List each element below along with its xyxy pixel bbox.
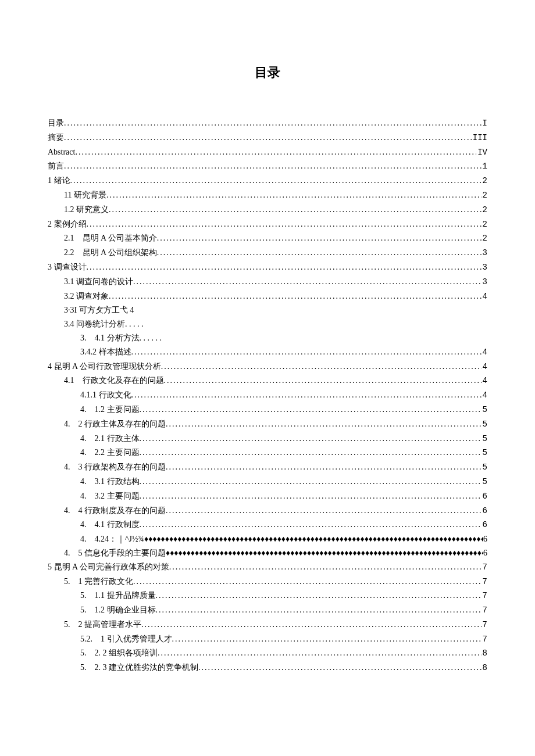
toc-entry-page: 7 — [482, 618, 487, 632]
leader-dots — [164, 374, 482, 388]
toc-entry-page: III — [472, 131, 487, 145]
toc-entry: 3 调查设计3 — [48, 260, 487, 275]
toc-entry-label: 5 昆明 A 公司完善行政体系的对策 — [48, 560, 169, 574]
leader-dots — [141, 618, 482, 632]
toc-entry: 2 案例介绍2 — [48, 217, 487, 232]
toc-entry-label: 3.2 调查对象 — [64, 289, 109, 303]
toc-entry-page: 2 — [482, 218, 487, 232]
toc-entry: 5. 2. 2 组织各项培训8 — [48, 646, 487, 661]
toc-entry: 4 昆明 A 公司行政管理现状分析4 — [48, 360, 487, 374]
toc-entry: 摘要III — [48, 131, 487, 145]
toc-entry: 2.1 昆明 A 公司基本简介2 — [48, 231, 487, 246]
toc-entry-page: 7 — [482, 633, 487, 647]
toc-entry-page: 5 — [482, 446, 487, 460]
leader-dots — [156, 589, 482, 603]
leader-dots — [166, 460, 482, 474]
toc-entry-label: 1.2 研究意义 — [64, 203, 109, 217]
leader-dots — [64, 159, 482, 173]
toc-entry-page: 4 — [482, 360, 487, 374]
toc-entry: 3. 4.1 分析方法 — [48, 331, 487, 345]
toc-entry: 3.2 调查对象4 — [48, 289, 487, 304]
toc-entry: 1.2 研究意义2 — [48, 203, 487, 217]
leader-dots — [140, 403, 482, 417]
toc-entry-label: 11 研究背景 — [64, 188, 106, 202]
toc-entry-page: 5 — [482, 475, 487, 489]
toc-entry-label: 1 绪论 — [48, 174, 70, 188]
toc-entry-label: 5.2. 1 引入优秀管理人才 — [80, 632, 172, 646]
toc-entry-page: I — [482, 117, 487, 131]
toc-entry-page: 2 — [482, 174, 487, 188]
leader-dots — [140, 489, 482, 503]
toc-entry-page: 5 — [482, 403, 487, 417]
toc-entry: 5 昆明 A 公司完善行政体系的对策7 — [48, 560, 487, 575]
toc-entry-label: 4. 3.1 行政结构 — [80, 475, 140, 489]
leader-dots — [157, 231, 482, 245]
toc-entry: 4. 3.1 行政结构5 — [48, 475, 487, 489]
toc-entry-page: 3 — [482, 275, 487, 289]
toc-entry: 4. 4.24：｜^J½¾6 — [48, 532, 487, 546]
toc-entry: 5.2. 1 引入优秀管理人才7 — [48, 632, 487, 647]
toc-entry-label: 3·3I 可方攵方工弋 4 — [64, 303, 134, 317]
toc-entry: 2.2 昆明 A 公司组织架构3 — [48, 246, 487, 260]
toc-entry-label: 4. 5 信息化手段的主要问题 — [64, 546, 166, 560]
toc-entry-page: 6 — [482, 504, 487, 518]
leader-dots — [106, 188, 482, 202]
leader-dots — [131, 388, 482, 402]
toc-entry-page: 7 — [482, 589, 487, 603]
toc-entry-page: 8 — [482, 647, 487, 661]
leader-dots — [169, 560, 482, 574]
toc-entry-label: 5. 2. 3 建立优胜劣汰的竞争机制 — [80, 661, 198, 675]
toc-entry-page: 3 — [482, 261, 487, 275]
toc-entry: 4. 2.1 行政主体5 — [48, 432, 487, 446]
toc-entry-label: 4. 4.24：｜^J½¾ — [80, 532, 144, 546]
toc-entry-page: 8 — [482, 661, 487, 675]
toc-entry-label: 前言 — [48, 159, 64, 173]
toc-entry-page: 4 — [482, 389, 487, 403]
leader-dots — [109, 203, 482, 217]
toc-entry: 3·3I 可方攵方工弋 4 — [48, 303, 487, 317]
toc-entry-label: 4.1.1 行政文化 — [80, 388, 131, 402]
toc-entry: 4. 3 行政架构及存在的问题5 — [48, 460, 487, 475]
leader-dots — [166, 417, 482, 431]
toc-entry-page: 7 — [482, 575, 487, 589]
toc-entry: 5. 1.1 提升品牌质量7 — [48, 589, 487, 603]
leader-dots — [157, 246, 482, 260]
toc-entry-label: 3.1 调查问卷的设计 — [64, 275, 133, 289]
toc-entry-label: 4. 2.2 主要问题 — [80, 446, 140, 460]
toc-entry-page: IV — [476, 146, 487, 160]
toc-entry-page: 4 — [482, 374, 487, 388]
toc-entry-label: 5. 2. 2 组织各项培训 — [80, 646, 158, 660]
toc-entry: 5. 1 完善行政文化7 — [48, 575, 487, 589]
toc-entry-page: 2 — [482, 203, 487, 217]
toc-entry: 11 研究背景2 — [48, 188, 487, 203]
leader-dots — [161, 360, 482, 374]
toc-title: 目录 — [48, 64, 487, 81]
leader-dots — [75, 145, 476, 159]
toc-entry-page: 1 — [482, 160, 487, 174]
toc-entry-page: 2 — [482, 232, 487, 246]
toc-entry: 4. 4.1 行政制度6 — [48, 518, 487, 532]
toc-entry-label: 目录 — [48, 116, 64, 130]
leader-dots — [70, 174, 482, 188]
toc-entry: AbstractIV — [48, 145, 487, 160]
toc-entry-page: 2 — [482, 189, 487, 203]
toc-entry: 4. 2 行政主体及存在的问题5 — [48, 417, 487, 432]
toc-entry-label: 3.4 问卷统计分析 — [64, 317, 144, 331]
toc-entry-label: 5. 2 提高管理者水平 — [64, 618, 141, 632]
leader-dots — [133, 275, 482, 289]
toc-entry: 3.4 问卷统计分析 — [48, 317, 487, 331]
toc-entry-label: 4. 2.1 行政主体 — [80, 432, 140, 446]
toc-entry-page: 4 — [482, 346, 487, 360]
toc-entry-label: 5. 1.2 明确企业目标 — [80, 603, 156, 617]
toc-entry: 1 绪论2 — [48, 174, 487, 188]
toc-entry-page: 5 — [482, 461, 487, 475]
leader-dots — [140, 446, 482, 460]
toc-entry-label: 2.2 昆明 A 公司组织架构 — [64, 246, 157, 260]
toc-entry-label: 3. 4.1 分析方法 — [80, 331, 162, 345]
toc-entry: 4.1 行政文化及存在的问题4 — [48, 374, 487, 388]
toc-entry-label: 3 调查设计 — [48, 260, 87, 274]
toc-entry-page: 5 — [482, 418, 487, 432]
leader-dots — [131, 345, 482, 359]
toc-entry-label: 4. 4 行政制度及存在的问题 — [64, 504, 166, 518]
toc-entry-label: 2 案例介绍 — [48, 217, 87, 231]
